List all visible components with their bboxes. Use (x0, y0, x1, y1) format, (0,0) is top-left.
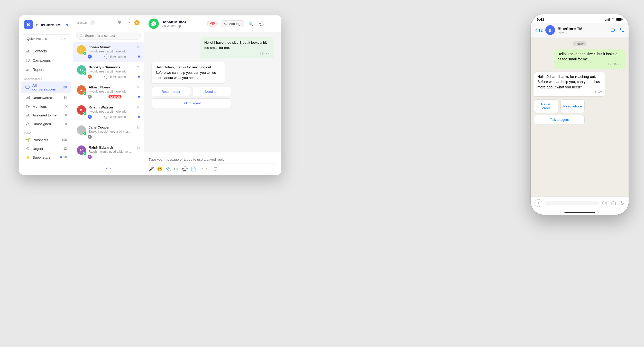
sidebar-item-superstars[interactable]: ⭐ Super stars 30 (21, 153, 71, 162)
chat-contact-name: Johan Muñoz (162, 20, 204, 24)
iphone-message-outgoing-1: Hello! I have tried size S but it looks … (554, 49, 625, 69)
quick-actions-button[interactable]: Quick Actions ⌘ K (22, 34, 70, 43)
quick-actions-shortcut: ⌘ K (60, 37, 66, 40)
conv-item-brooklyn[interactable]: B ✓ Brooklyn Simmons 5h I would need a b… (73, 62, 144, 82)
agent-avatar-b: A (87, 74, 92, 79)
double-check-icon: ✓✓ (265, 52, 270, 55)
vip-tag[interactable]: VIP (207, 21, 218, 26)
search-chat-button[interactable]: 🔍 (247, 20, 255, 28)
reply-icon[interactable]: ↩ (199, 166, 203, 172)
note-button[interactable]: 💬 (258, 20, 266, 28)
quick-reply-need-advice[interactable]: Need a... (192, 87, 231, 96)
sidebar-item-prospects[interactable]: 🌱 Prospects 190 (21, 135, 71, 144)
signal-icon (605, 18, 610, 21)
status-count: 4 (90, 20, 96, 25)
urgent-count: 12 (63, 147, 67, 150)
quick-reply-talk-to-agent[interactable]: Talk to agent (152, 98, 231, 108)
unassigned-icon (25, 122, 30, 126)
svg-rect-3 (29, 69, 29, 71)
iphone-message-text-2: Hello Johan, thanks for reaching out. Be… (537, 74, 602, 90)
campaigns-icon (25, 58, 30, 63)
svg-rect-15 (609, 18, 610, 21)
svg-rect-24 (621, 201, 623, 203)
iphone-qr-need-advice[interactable]: Need advice (560, 99, 585, 113)
iphone-messages: Today Hello! I have tried size S but it … (531, 38, 629, 196)
conv-item-kristin[interactable]: K ✓ Kristin Watson 6h I would need a bit… (73, 102, 144, 122)
iphone-qr-return-order[interactable]: Return order (534, 99, 558, 113)
sidebar-item-all-conversations[interactable]: All conversations 389 (21, 81, 71, 93)
filter-button[interactable] (116, 19, 123, 26)
sidebar-item-reports[interactable]: Reports (21, 65, 71, 74)
sidebar-item-assigned-to-me[interactable]: Assigned to me 0 (21, 111, 71, 120)
views-section-label: Views (19, 128, 73, 135)
iphone-qr-talk-to-agent[interactable]: Talk to agent (534, 115, 585, 124)
all-conv-icon (25, 85, 30, 90)
loading-spinner (73, 162, 144, 175)
conv-preview-brooklyn: I would need a bit more information if t… (89, 70, 132, 73)
sidebar-item-urgent[interactable]: ⏱ Urgent 12 (21, 144, 71, 153)
more-button[interactable]: ⋯ (269, 20, 277, 28)
search-icon (80, 34, 83, 38)
label-icon[interactable]: 🏷 (206, 167, 210, 172)
conv-item-albert[interactable]: A ✓ Albert Flores 6h I would need a bit … (73, 82, 144, 102)
dropdown-button[interactable] (125, 19, 132, 26)
image-icon[interactable]: 🖼 (213, 167, 218, 172)
all-conv-count: 389 (62, 86, 67, 89)
avatar-albert: A ✓ (77, 85, 86, 95)
search-input[interactable] (85, 34, 137, 38)
template-icon[interactable]: 💬 (182, 166, 188, 172)
conv-name-albert: Albert Flores (89, 85, 110, 89)
attachment-icon[interactable]: 📎 (165, 166, 171, 172)
avatar-kristin: K ✓ (77, 105, 86, 115)
emoji-icon[interactable]: 😊 (157, 166, 162, 172)
chat-header: Johan Muñoz via WhatsApp VIP 🏷 Add tag 🔍… (144, 15, 281, 32)
iphone-add-button[interactable]: + (535, 199, 542, 207)
contacts-icon (25, 49, 30, 53)
conv-item-jane[interactable]: J ✓ Jane Cooper 8h Tarek: I would need a… (73, 122, 144, 142)
iphone-back-button[interactable]: 12 (535, 28, 543, 32)
agent-avatar: A (87, 54, 92, 59)
conv-name-kristin: Kristin Watson (89, 105, 113, 109)
quick-reply-buttons: Return order Need a... Talk to agent (152, 87, 231, 108)
chat-input[interactable] (149, 156, 277, 163)
conv-info-jane: Jane Cooper 8h Tarek: I would need a bit… (89, 125, 140, 139)
prospects-icon: 🌱 (25, 138, 30, 142)
conv-info-brooklyn: Brooklyn Simmons 5h I would need a bit m… (89, 65, 140, 79)
superstars-icon: ⭐ (25, 155, 30, 160)
app-logo: B BlueStore TM (19, 20, 73, 34)
whatsapp-badge-jane: ✓ (83, 132, 87, 135)
document-icon[interactable]: 📄 (191, 166, 196, 172)
sidebar-item-unassigned[interactable]: Unassigned 0 (21, 120, 71, 128)
sidebar-item-contacts[interactable]: Contacts (21, 47, 71, 56)
agent-avatar-a: A (87, 94, 92, 99)
iphone-sticker-icon[interactable] (602, 200, 608, 206)
microphone-icon[interactable]: 🎤 (149, 166, 154, 172)
conv-item-ralph[interactable]: R ✓ Ralph Edwards 1d Ralph: I would need… (73, 142, 144, 162)
iphone-camera-icon[interactable] (611, 200, 616, 206)
chat-panel: Johan Muñoz via WhatsApp VIP 🏷 Add tag 🔍… (144, 15, 281, 175)
status-dot (66, 24, 68, 26)
sidebar-item-campaigns[interactable]: Campaigns (21, 56, 71, 65)
iphone-input-box[interactable] (545, 201, 599, 205)
video-call-icon[interactable] (611, 28, 616, 33)
message-incoming-1: Hello Johan, thanks for reaching out. Be… (152, 62, 225, 83)
phone-call-icon[interactable] (619, 28, 624, 33)
message-text-2: Hello Johan, thanks for reaching out. Be… (155, 65, 221, 80)
chat-contact-info: Johan Muñoz via WhatsApp (162, 20, 204, 28)
avatar-johan: J ✓ (77, 45, 86, 54)
search-box (76, 32, 141, 40)
sidebar-item-mentions[interactable]: Mentions 5 (21, 102, 71, 111)
quick-reply-return-order[interactable]: Return order (152, 87, 190, 96)
avatar-jane: J ✓ (77, 125, 86, 135)
iphone-message-text-1: Hello! I have tried size S but it looks … (557, 51, 622, 62)
conv-item-johan[interactable]: J ✓ Johan Muñoz 2h I would need a bit mo… (73, 42, 144, 62)
iphone-header-actions (611, 28, 624, 33)
iphone-microphone-icon[interactable] (619, 200, 625, 206)
iphone-chat-header: 12 B BlueStore TM typing... (531, 23, 629, 38)
add-tag-button[interactable]: 🏷 Add tag (221, 20, 244, 27)
avatar-ralph: R ✓ (77, 145, 86, 155)
gif-icon[interactable]: GIF (174, 167, 179, 171)
sidebar-item-unanswered[interactable]: Unanswered 34 (21, 93, 71, 102)
assigned-icon (25, 113, 30, 117)
tag-icon: 🏷 (224, 22, 227, 26)
